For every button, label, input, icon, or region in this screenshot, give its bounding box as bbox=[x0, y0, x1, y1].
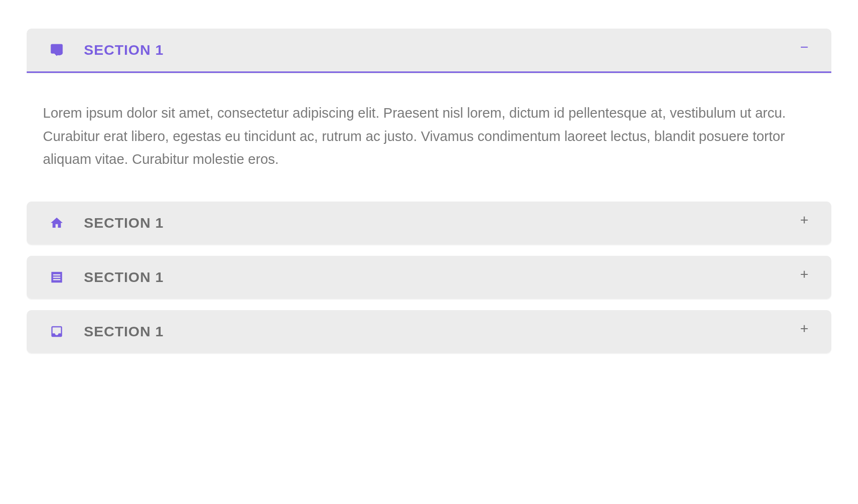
accordion-content-1: Lorem ipsum dolor sit amet, consectetur … bbox=[27, 73, 831, 190]
plus-icon: + bbox=[800, 213, 808, 227]
list-icon bbox=[50, 270, 64, 284]
inbox-icon bbox=[50, 324, 64, 339]
plus-icon: + bbox=[800, 267, 808, 282]
accordion-item-3: SECTION 1 + bbox=[27, 256, 831, 299]
svg-rect-1 bbox=[53, 274, 61, 276]
section-title: SECTION 1 bbox=[84, 42, 163, 58]
content-text: Lorem ipsum dolor sit amet, consectetur … bbox=[43, 101, 815, 171]
section-title: SECTION 1 bbox=[84, 323, 163, 340]
plus-icon: + bbox=[800, 322, 808, 336]
section-title: SECTION 1 bbox=[84, 269, 163, 285]
accordion-item-4: SECTION 1 + bbox=[27, 310, 831, 353]
accordion-header-1[interactable]: SECTION 1 − bbox=[27, 29, 831, 73]
accordion-item-2: SECTION 1 + bbox=[27, 202, 831, 244]
svg-rect-2 bbox=[53, 277, 61, 278]
home-icon bbox=[50, 216, 64, 230]
accordion-header-2[interactable]: SECTION 1 + bbox=[27, 202, 831, 244]
accordion-header-4[interactable]: SECTION 1 + bbox=[27, 310, 831, 353]
accordion: SECTION 1 − Lorem ipsum dolor sit amet, … bbox=[27, 29, 831, 353]
section-title: SECTION 1 bbox=[84, 215, 163, 231]
accordion-header-3[interactable]: SECTION 1 + bbox=[27, 256, 831, 299]
chat-icon bbox=[50, 43, 64, 57]
svg-rect-3 bbox=[53, 279, 61, 281]
svg-point-0 bbox=[56, 50, 63, 55]
minus-icon: − bbox=[800, 40, 808, 54]
accordion-item-1: SECTION 1 − Lorem ipsum dolor sit amet, … bbox=[27, 29, 831, 190]
